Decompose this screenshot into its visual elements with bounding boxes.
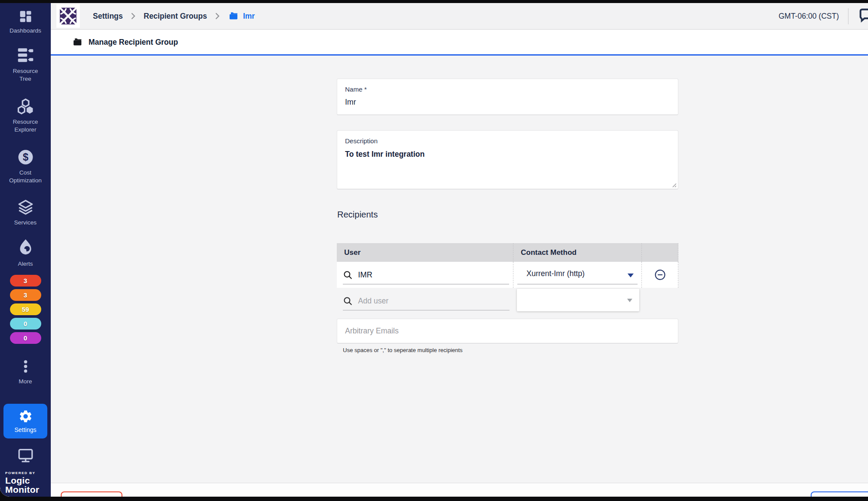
breadcrumb-current-label: Imr [243,12,255,21]
contact-method-cell: Xurrent-Imr (http) [513,262,642,288]
new-contact-method-cell [513,288,642,314]
recipients-heading: Recipients [337,210,378,220]
sidebar-item-label: Dashboards [10,27,41,35]
search-icon [343,270,353,280]
svg-text:$: $ [23,152,28,163]
alert-badge-stack: 3 3 59 0 0 [0,275,51,346]
logicmonitor-brand: POWERED BY Logic Monitor [5,471,39,494]
user-search-input[interactable]: IMR [358,270,372,280]
services-icon [17,198,34,216]
alerts-flame-icon [16,238,35,257]
sidebar-item-label: CostOptimization [9,169,42,185]
app-window: Dashboards ResourceTree ResourceExplorer [0,3,868,497]
breadcrumb-settings[interactable]: Settings [93,12,123,21]
table-header-row: User Contact Method [337,243,678,262]
sidebar-item-cost-optimization[interactable]: $ CostOptimization [0,148,51,185]
column-header-user: User [337,243,513,262]
description-label: Description [345,137,670,145]
folder-icon [228,11,239,21]
chevron-right-icon [130,12,136,20]
alert-badge-info[interactable]: 0 [10,318,41,330]
gear-icon [18,409,33,424]
add-user-input[interactable]: Add user [358,297,388,306]
sidebar-item-label: Services [14,219,37,227]
breadcrumb-recipient-groups[interactable]: Recipient Groups [144,12,207,21]
alert-badge-error[interactable]: 3 [10,289,41,301]
sidebar-item-label: ResourceTree [13,67,38,83]
name-field[interactable]: Name * Imr [337,79,678,115]
sidebar-item-resource-tree[interactable]: ResourceTree [0,46,51,83]
more-dots-icon [18,358,33,375]
recipient-group-form: Name * Imr Description To test Imr integ… [337,57,678,483]
alert-badge-warning[interactable]: 59 [10,303,41,315]
chevron-down-icon[interactable] [628,274,634,277]
xurrent-logo-icon [58,6,78,26]
header-divider [848,8,848,24]
xurrent-logo[interactable] [56,4,80,28]
sidebar-item-dashboards[interactable]: Dashboards [0,9,51,35]
description-input-value[interactable]: To test Imr integration [345,150,670,159]
arbitrary-emails-field[interactable]: Arbitrary Emails [337,319,678,343]
content-area: Name * Imr Description To test Imr integ… [51,57,868,483]
input-underline [343,310,510,310]
page-title-bar: Manage Recipient Group [51,30,868,56]
page-title: Manage Recipient Group [89,38,178,47]
chevron-down-icon [627,299,632,302]
brand-line-1: Logic [5,476,39,485]
folder-icon [72,37,83,47]
empty-actions-cell [642,288,678,314]
user-cell: IMR [337,262,513,288]
sidebar-item-label: More [19,378,32,386]
sidebar-item-label: Alerts [18,260,33,268]
sidebar-item-label: ResourceExplorer [13,118,38,134]
sidebar-item-services[interactable]: Services [0,198,51,227]
name-input-value[interactable]: Imr [345,98,670,107]
sidebar: Dashboards ResourceTree ResourceExplorer [0,3,51,497]
arbitrary-emails-placeholder: Arbitrary Emails [345,326,399,336]
input-underline [517,284,638,284]
resource-explorer-icon [17,98,34,115]
minus-circle-icon [654,269,666,280]
sidebar-item-more[interactable]: More [0,358,51,386]
monitor-icon [17,447,34,464]
main-area: Settings Recipient Groups Imr GMT-06:00 … [51,3,868,497]
powered-by-label: POWERED BY [5,471,39,475]
contact-method-select[interactable]: Xurrent-Imr (http) [526,262,585,285]
search-icon [343,296,353,306]
description-field[interactable]: Description To test Imr integration [337,130,678,189]
brand-line-2: Monitor [5,485,39,494]
timezone-label[interactable]: GMT-06:00 (CST) [779,12,839,21]
breadcrumb-current[interactable]: Imr [228,11,255,21]
row-actions-cell [642,262,678,288]
delete-button[interactable] [61,491,122,497]
alert-badge-critical[interactable]: 3 [10,275,41,287]
emails-helper-text: Use spaces or "," to seperate multiple r… [343,347,463,353]
header-right: GMT-06:00 (CST) [779,7,868,26]
feedback-chat-icon[interactable] [858,7,868,26]
textarea-resize-handle[interactable] [671,182,677,188]
chevron-right-icon [214,12,220,20]
resource-tree-icon [16,46,35,64]
column-header-actions [642,243,678,262]
sidebar-item-label: Settings [14,426,36,433]
dashboards-icon [18,9,33,24]
breadcrumb-bar: Settings Recipient Groups Imr GMT-06:00 … [51,3,868,30]
remove-recipient-button[interactable] [642,262,678,288]
sidebar-item-alerts[interactable]: Alerts [0,238,51,268]
cost-optimization-icon: $ [17,148,34,166]
sidebar-item-settings-active[interactable]: Settings [3,404,47,438]
form-footer [51,483,868,497]
sidebar-item-resource-explorer[interactable]: ResourceExplorer [0,98,51,134]
add-user-cell: Add user [337,288,513,314]
recipients-table: User Contact Method IMR [337,243,678,314]
column-header-contact-method: Contact Method [513,243,642,262]
alert-badge-other[interactable]: 0 [10,332,41,344]
name-label: Name * [345,86,670,93]
save-button[interactable] [811,491,868,497]
input-underline [343,284,509,284]
sidebar-item-remote-session[interactable] [0,447,51,464]
add-recipient-row: Add user [337,288,678,314]
table-row: IMR Xurrent-Imr (http) [337,262,678,288]
contact-method-select-empty[interactable] [517,289,639,311]
